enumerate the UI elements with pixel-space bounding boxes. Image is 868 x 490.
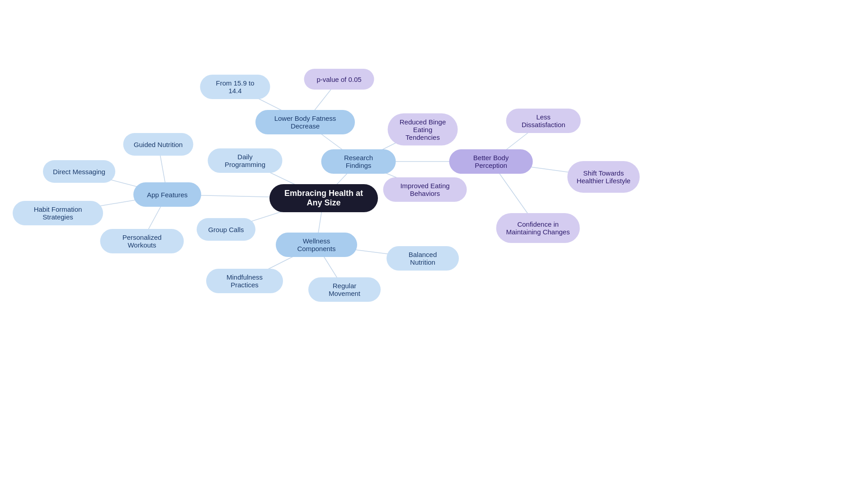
node-groupCalls[interactable]: Group Calls xyxy=(197,218,255,241)
node-mindfulnessPractices[interactable]: Mindfulness Practices xyxy=(206,269,283,293)
node-label-from159: From 15.9 to 14.4 xyxy=(209,79,261,95)
node-label-dailyProgramming: Daily Programming xyxy=(217,153,274,168)
node-label-improvedEating: Improved Eating Behaviors xyxy=(392,182,458,197)
node-lowerBodyFatness[interactable]: Lower Body Fatness Decrease xyxy=(255,110,355,134)
node-label-mindfulnessPractices: Mindfulness Practices xyxy=(215,273,274,289)
node-dailyProgramming[interactable]: Daily Programming xyxy=(208,148,283,173)
node-label-confidenceMaintaining: Confidence in Maintaining Changes xyxy=(505,220,571,236)
node-label-balancedNutrition: Balanced Nutrition xyxy=(396,251,450,266)
node-shiftHealthier[interactable]: Shift Towards Healthier Lifestyle xyxy=(567,161,640,193)
node-label-lessDissatisfaction: Less Dissatisfaction xyxy=(515,113,572,128)
node-label-wellnessComponents: Wellness Components xyxy=(285,237,348,252)
node-label-guidedNutrition: Guided Nutrition xyxy=(134,141,183,148)
node-betterBodyPerception[interactable]: Better Body Perception xyxy=(449,149,533,174)
node-lessDissatisfaction[interactable]: Less Dissatisfaction xyxy=(506,109,581,133)
node-researchFindings[interactable]: Research Findings xyxy=(321,149,396,174)
node-from159[interactable]: From 15.9 to 14.4 xyxy=(200,75,270,99)
node-improvedEating[interactable]: Improved Eating Behaviors xyxy=(383,177,467,202)
node-label-appFeatures: App Features xyxy=(147,191,188,199)
node-directMessaging[interactable]: Direct Messaging xyxy=(43,160,115,183)
node-habitFormation[interactable]: Habit Formation Strategies xyxy=(13,201,103,225)
node-label-personalizedWorkouts: Personalized Workouts xyxy=(109,233,175,249)
node-label-groupCalls: Group Calls xyxy=(208,226,244,233)
node-label-center: Embracing Health at Any Size xyxy=(278,189,369,208)
node-label-pValue: p-value of 0.05 xyxy=(316,76,361,83)
node-personalizedWorkouts[interactable]: Personalized Workouts xyxy=(100,229,184,253)
node-label-lowerBodyFatness: Lower Body Fatness Decrease xyxy=(264,114,346,130)
node-center[interactable]: Embracing Health at Any Size xyxy=(269,184,378,212)
node-label-researchFindings: Research Findings xyxy=(330,154,387,169)
node-confidenceMaintaining[interactable]: Confidence in Maintaining Changes xyxy=(496,213,580,243)
node-appFeatures[interactable]: App Features xyxy=(133,182,201,207)
node-label-directMessaging: Direct Messaging xyxy=(53,168,105,176)
node-label-regularMovement: Regular Movement xyxy=(317,282,372,297)
node-pValue[interactable]: p-value of 0.05 xyxy=(304,69,374,90)
node-label-habitFormation: Habit Formation Strategies xyxy=(22,205,94,221)
node-reducedBinge[interactable]: Reduced Binge Eating Tendencies xyxy=(388,114,458,146)
mind-map: Embracing Health at Any SizeApp Features… xyxy=(0,0,868,490)
node-balancedNutrition[interactable]: Balanced Nutrition xyxy=(387,246,459,271)
node-wellnessComponents[interactable]: Wellness Components xyxy=(276,233,357,257)
node-regularMovement[interactable]: Regular Movement xyxy=(308,277,381,302)
node-label-shiftHealthier: Shift Towards Healthier Lifestyle xyxy=(576,169,631,185)
node-guidedNutrition[interactable]: Guided Nutrition xyxy=(123,133,193,156)
node-label-betterBodyPerception: Better Body Perception xyxy=(458,154,524,169)
node-label-reducedBinge: Reduced Binge Eating Tendencies xyxy=(397,118,449,141)
